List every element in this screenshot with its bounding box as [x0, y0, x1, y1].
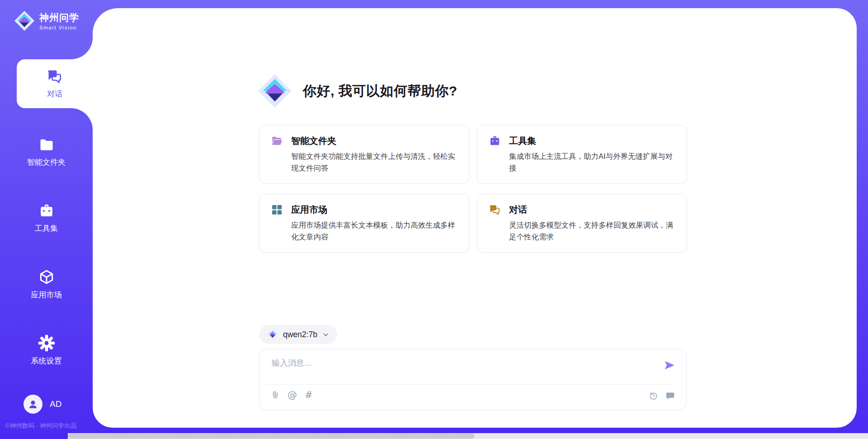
scrollbar-thumb[interactable] — [68, 434, 475, 439]
card-description: 灵活切换多模型文件，支持多样回复效果调试，满足个性化需求 — [509, 220, 676, 243]
folder-icon — [38, 137, 55, 153]
user-profile[interactable]: AD — [24, 395, 61, 414]
chevron-down-icon — [322, 331, 329, 338]
send-icon — [663, 359, 675, 372]
mention-button[interactable]: @ — [288, 391, 297, 400]
card-chat[interactable]: 对话 灵活切换多模型文件，支持多样回复效果调试，满足个性化需求 — [477, 194, 687, 253]
history-button[interactable] — [649, 391, 658, 401]
card-title: 应用市场 — [291, 204, 327, 216]
sidebar-item-label: 对话 — [47, 89, 62, 99]
avatar — [24, 395, 42, 414]
toolbox-icon — [38, 203, 55, 219]
toolbox-icon — [489, 135, 501, 147]
brand-logo-icon — [14, 10, 35, 32]
sidebar-item-settings[interactable]: 系统设置 — [0, 331, 93, 369]
brand: 神州问学 Smart Vision — [14, 10, 79, 32]
card-description: 应用市场提供丰富长文本模板，助力高效生成多样化文章内容 — [291, 220, 458, 243]
grid-icon — [271, 204, 283, 216]
greeting-logo-icon — [257, 73, 293, 109]
message-input[interactable] — [259, 349, 686, 382]
sidebar-item-toolset[interactable]: 工具集 — [0, 199, 93, 237]
model-selector[interactable]: qwen2:7b — [259, 325, 337, 344]
sidebar-item-label: 工具集 — [35, 223, 58, 234]
app: 神州问学 Smart Vision 对话 智能文件夹 工具集 应用市 — [0, 0, 868, 439]
tab-corner-bottom — [71, 108, 93, 130]
card-description: 集成市场上主流工具，助力AI与外界无缝扩展与对接 — [509, 151, 676, 174]
chat-bubbles-icon — [489, 204, 501, 216]
sidebar-item-label: 应用市场 — [31, 290, 62, 300]
user-initials: AD — [50, 399, 61, 409]
brand-subtitle: Smart Vision — [39, 25, 79, 30]
gear-icon — [38, 334, 55, 352]
hashtag-button[interactable]: # — [305, 391, 313, 400]
model-logo-icon — [267, 329, 278, 340]
folder-open-icon — [271, 135, 283, 147]
sidebar-item-smart-folder[interactable]: 智能文件夹 — [0, 133, 93, 171]
copyright: ©神州数码 · 神州问学出品 — [5, 422, 76, 430]
card-app-market[interactable]: 应用市场 应用市场提供丰富长文本模板，助力高效生成多样化文章内容 — [259, 194, 469, 253]
sidebar-item-app-market[interactable]: 应用市场 — [0, 265, 93, 303]
sidebar: 神州问学 Smart Vision 对话 智能文件夹 工具集 应用市 — [0, 0, 93, 439]
conversation-button[interactable] — [665, 391, 675, 401]
card-title: 智能文件夹 — [291, 135, 336, 147]
composer: @ # — [259, 349, 687, 410]
greeting-text: 你好, 我可以如何帮助你? — [303, 82, 458, 100]
feature-cards: 智能文件夹 智能文件夹功能支持批量文件上传与清洗，轻松实现文件问答 工具集 集成… — [259, 125, 687, 253]
tab-corner-top — [71, 38, 93, 59]
sidebar-item-label: 智能文件夹 — [27, 157, 66, 167]
card-description: 智能文件夹功能支持批量文件上传与清洗，轻松实现文件问答 — [291, 151, 458, 174]
at-icon: @ — [288, 391, 297, 400]
horizontal-scrollbar[interactable] — [68, 433, 868, 439]
hash-icon: # — [305, 391, 313, 400]
card-toolset[interactable]: 工具集 集成市场上主流工具，助力AI与外界无缝扩展与对接 — [477, 125, 687, 184]
chat-bubbles-icon — [47, 68, 63, 85]
person-icon — [27, 398, 39, 410]
card-title: 对话 — [509, 204, 527, 216]
message-bubble-icon — [665, 391, 675, 401]
paperclip-icon — [271, 390, 280, 400]
card-smart-folder[interactable]: 智能文件夹 智能文件夹功能支持批量文件上传与清洗，轻松实现文件问答 — [259, 125, 469, 184]
composer-divider — [267, 384, 675, 385]
main-panel: 你好, 我可以如何帮助你? 智能文件夹 智能文件夹功能支持批量文件上传与清洗，轻… — [93, 8, 857, 428]
brand-name: 神州问学 — [39, 11, 79, 24]
sidebar-item-label: 系统设置 — [31, 356, 62, 366]
card-title: 工具集 — [509, 135, 536, 147]
greeting: 你好, 我可以如何帮助你? — [257, 73, 458, 109]
sidebar-item-chat[interactable]: 对话 — [17, 59, 93, 108]
history-icon — [649, 391, 658, 401]
cube-icon — [38, 268, 55, 286]
attach-file-button[interactable] — [271, 390, 280, 400]
model-name: qwen2:7b — [283, 330, 317, 339]
send-button[interactable] — [663, 358, 676, 372]
